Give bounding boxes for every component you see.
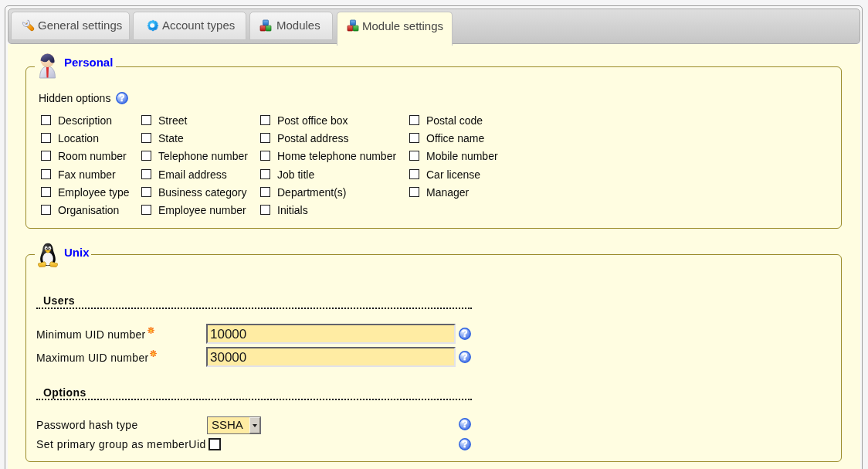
svg-text:?: ? xyxy=(462,419,467,430)
svg-text:?: ? xyxy=(462,439,467,450)
svg-text:?: ? xyxy=(462,328,467,339)
svg-text:?: ? xyxy=(462,352,467,362)
svg-text:?: ? xyxy=(119,93,124,104)
